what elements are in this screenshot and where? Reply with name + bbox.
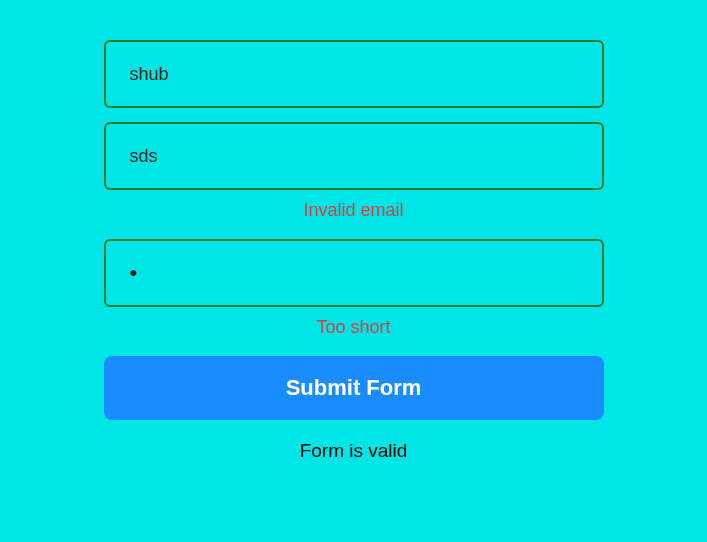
email-field-group: Invalid email [104,122,604,225]
password-error: Too short [104,317,604,338]
password-field-group: Too short [104,239,604,342]
email-error: Invalid email [104,200,604,221]
form-container: Invalid email Too short Submit Form Form… [104,40,604,542]
name-input[interactable] [104,40,604,108]
submit-button[interactable]: Submit Form [104,356,604,420]
password-input[interactable] [104,239,604,307]
form-status: Form is valid [104,440,604,462]
name-field-group [104,40,604,108]
email-input[interactable] [104,122,604,190]
